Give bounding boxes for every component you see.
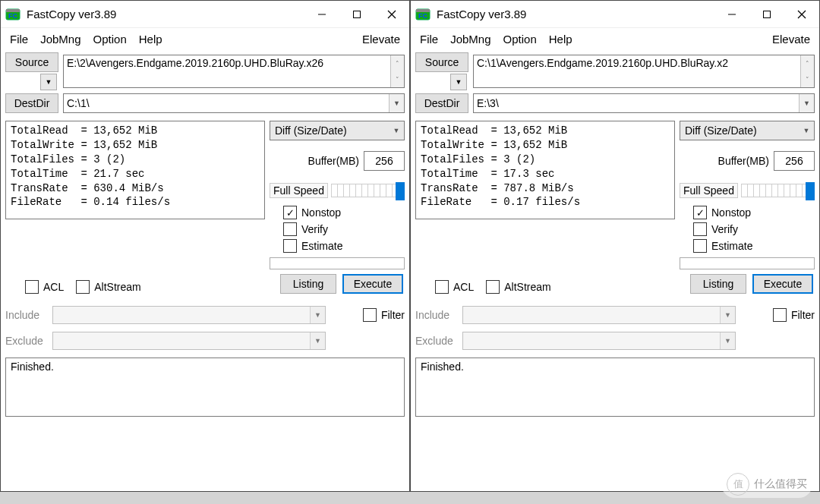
copy-mode-combo[interactable]: Diff (Size/Date) ▼ xyxy=(680,121,815,140)
window-title: FastCopy ver3.89 xyxy=(27,8,304,20)
menu-help[interactable]: Help xyxy=(543,31,579,47)
include-combo[interactable]: ▼ xyxy=(52,306,326,324)
destdir-button[interactable]: DestDir xyxy=(5,93,58,113)
menu-elevate[interactable]: Elevate xyxy=(356,31,406,47)
estimate-checkbox[interactable]: Estimate xyxy=(283,239,405,253)
buffer-label: Buffer(MB) xyxy=(270,155,359,167)
exclude-label: Exclude xyxy=(5,335,48,347)
nonstop-checkbox[interactable]: ✓Nonstop xyxy=(283,206,405,219)
speed-slider[interactable] xyxy=(741,184,815,197)
verify-checkbox[interactable]: Verify xyxy=(283,222,405,236)
stats-readout: TotalRead = 13,652 MiB TotalWrite = 13,6… xyxy=(5,121,265,219)
include-label: Include xyxy=(415,309,458,321)
estimate-checkbox[interactable]: Estimate xyxy=(693,239,815,253)
watermark-badge: 值 什么值得买 xyxy=(721,471,812,498)
include-label: Include xyxy=(5,309,48,321)
progress-bar xyxy=(680,257,815,269)
scroll-up-icon[interactable]: ˄ xyxy=(391,55,404,71)
svg-text:FC: FC xyxy=(418,12,427,20)
scroll-down-icon[interactable]: ˅ xyxy=(801,71,814,87)
source-history-dropdown[interactable]: ▼ xyxy=(40,74,57,90)
app-icon: FC xyxy=(415,7,430,22)
buffer-input[interactable]: 256 xyxy=(364,151,405,171)
scroll-down-icon[interactable]: ˅ xyxy=(391,71,404,87)
close-button[interactable] xyxy=(374,2,409,27)
watermark-icon: 值 xyxy=(727,473,749,496)
buffer-input[interactable]: 256 xyxy=(774,151,815,171)
destdir-text: E:\3\ xyxy=(474,97,799,109)
source-path-input[interactable]: E:\2\Avengers.Endgame.2019.2160p.UHD.Blu… xyxy=(63,55,405,88)
filter-checkbox[interactable]: Filter xyxy=(363,308,405,322)
listing-button[interactable]: Listing xyxy=(280,274,336,294)
chevron-down-icon: ▼ xyxy=(389,127,404,134)
menu-jobmng[interactable]: JobMng xyxy=(444,31,497,47)
nonstop-checkbox[interactable]: ✓Nonstop xyxy=(693,206,815,219)
close-button[interactable] xyxy=(784,2,819,27)
menu-file[interactable]: File xyxy=(414,31,444,47)
exclude-label: Exclude xyxy=(415,335,458,347)
svg-rect-4 xyxy=(354,11,361,17)
log-output: Finished. xyxy=(5,358,405,417)
maximize-button[interactable] xyxy=(339,2,374,27)
destdir-combo[interactable]: E:\3\ ▼ xyxy=(473,93,815,113)
app-icon: FC xyxy=(5,7,20,22)
window-title: FastCopy ver3.89 xyxy=(437,8,714,20)
buffer-label: Buffer(MB) xyxy=(680,155,769,167)
filter-checkbox[interactable]: Filter xyxy=(773,308,815,322)
svg-rect-11 xyxy=(764,11,771,17)
minimize-button[interactable] xyxy=(304,2,339,27)
speed-slider[interactable] xyxy=(331,184,405,197)
copy-mode-combo[interactable]: Diff (Size/Date) ▼ xyxy=(270,121,405,140)
source-path-text: E:\2\Avengers.Endgame.2019.2160p.UHD.Blu… xyxy=(64,55,390,71)
menu-option[interactable]: Option xyxy=(497,31,543,47)
fastcopy-window-0: FC FastCopy ver3.89 File JobMng Option H… xyxy=(0,0,410,492)
chevron-down-icon: ▼ xyxy=(720,307,735,323)
svg-text:FC: FC xyxy=(8,12,17,20)
menubar: File JobMng Option Help Elevate xyxy=(411,28,819,49)
chevron-down-icon: ▼ xyxy=(310,332,325,349)
slider-thumb[interactable] xyxy=(396,182,405,200)
include-combo[interactable]: ▼ xyxy=(462,306,736,324)
chevron-down-icon: ▼ xyxy=(310,307,325,323)
chevron-down-icon[interactable]: ▼ xyxy=(799,94,814,112)
listing-button[interactable]: Listing xyxy=(690,274,746,294)
chevron-down-icon: ▼ xyxy=(799,127,814,134)
menu-help[interactable]: Help xyxy=(133,31,169,47)
minimize-button[interactable] xyxy=(714,2,749,27)
exclude-combo[interactable]: ▼ xyxy=(462,332,736,350)
destdir-text: C:\1\ xyxy=(64,97,389,109)
source-button[interactable]: Source xyxy=(415,52,468,72)
menu-option[interactable]: Option xyxy=(87,31,133,47)
source-button[interactable]: Source xyxy=(5,52,58,72)
log-output: Finished. xyxy=(415,358,815,417)
progress-bar xyxy=(270,257,405,269)
exclude-combo[interactable]: ▼ xyxy=(52,332,326,350)
copy-mode-value: Diff (Size/Date) xyxy=(685,124,757,137)
source-path-text: C:\1\Avengers.Endgame.2019.2160p.UHD.Blu… xyxy=(474,55,800,71)
source-path-input[interactable]: C:\1\Avengers.Endgame.2019.2160p.UHD.Blu… xyxy=(473,55,815,88)
titlebar[interactable]: FC FastCopy ver3.89 xyxy=(1,1,409,28)
chevron-down-icon[interactable]: ▼ xyxy=(389,94,404,112)
fastcopy-window-1: FC FastCopy ver3.89 File JobMng Option H… xyxy=(410,0,820,492)
titlebar[interactable]: FC FastCopy ver3.89 xyxy=(411,1,819,28)
slider-thumb[interactable] xyxy=(806,182,815,200)
copy-mode-value: Diff (Size/Date) xyxy=(275,124,347,137)
menu-elevate[interactable]: Elevate xyxy=(766,31,816,47)
chevron-down-icon: ▼ xyxy=(720,332,735,349)
speed-label: Full Speed xyxy=(680,183,738,198)
menu-jobmng[interactable]: JobMng xyxy=(34,31,87,47)
source-history-dropdown[interactable]: ▼ xyxy=(450,74,467,90)
menubar: File JobMng Option Help Elevate xyxy=(1,28,409,49)
verify-checkbox[interactable]: Verify xyxy=(693,222,815,236)
menu-file[interactable]: File xyxy=(4,31,34,47)
destdir-combo[interactable]: C:\1\ ▼ xyxy=(63,93,405,113)
execute-button[interactable]: Execute xyxy=(342,274,403,294)
speed-label: Full Speed xyxy=(270,183,328,198)
maximize-button[interactable] xyxy=(749,2,784,27)
watermark-text: 什么值得买 xyxy=(754,477,807,491)
scroll-up-icon[interactable]: ˄ xyxy=(801,55,814,71)
execute-button[interactable]: Execute xyxy=(752,274,813,294)
stats-readout: TotalRead = 13,652 MiB TotalWrite = 13,6… xyxy=(415,121,675,219)
destdir-button[interactable]: DestDir xyxy=(415,93,468,113)
